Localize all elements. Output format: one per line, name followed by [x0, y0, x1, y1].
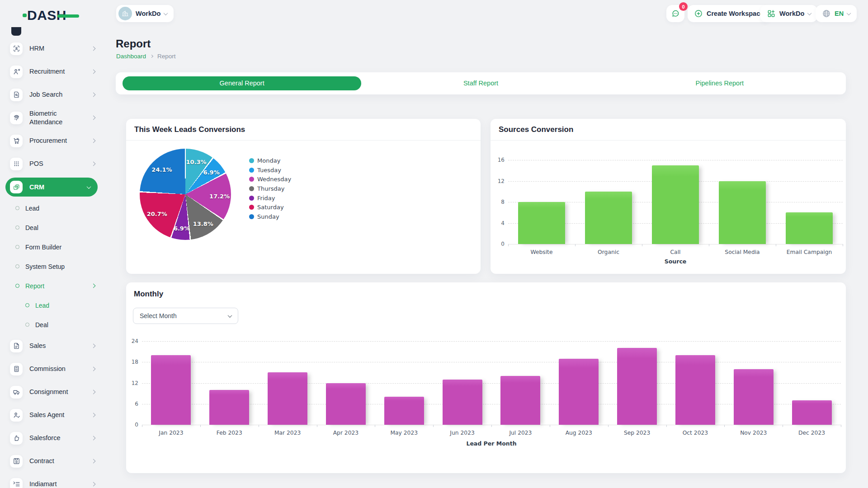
- x-axis-category-label: Nov 2023: [740, 430, 767, 436]
- sidebar-item-label: Sales: [29, 342, 85, 350]
- sidebar-subitem-lead[interactable]: Lead: [0, 296, 104, 315]
- bar-oct-2023: [675, 355, 715, 425]
- breadcrumb-dashboard-link[interactable]: Dashboard: [116, 53, 146, 60]
- sidebar-item-commission[interactable]: Commission: [0, 357, 104, 380]
- legend-dot: [249, 177, 254, 182]
- y-axis-tick-label: 0: [487, 241, 505, 247]
- app-logo[interactable]: DASH: [27, 8, 66, 23]
- top-header: DASH WorkDo 0 Create Workspace: [0, 0, 868, 27]
- legend-item-saturday: Saturday: [249, 202, 291, 212]
- legend-item-thursday: Thursday: [249, 184, 291, 193]
- sidebar-menu: HRM Recruitment Job Search Biometric Att…: [0, 37, 104, 488]
- chat-icon: [671, 9, 680, 18]
- y-axis-tick-label: 16: [487, 157, 505, 163]
- sidebar-subitem-form-builder[interactable]: Form Builder: [0, 237, 104, 257]
- legend-dot: [249, 158, 254, 163]
- legend-label: Saturday: [257, 204, 284, 211]
- sidebar-item-indiamart[interactable]: Indiamart: [0, 473, 104, 488]
- chevron-down-icon: [847, 11, 851, 15]
- sidebar-item-pos[interactable]: POS: [0, 152, 104, 175]
- chevron-right-icon: [91, 162, 96, 166]
- sidebar-item-salesforce[interactable]: Salesforce: [0, 427, 104, 450]
- sidebar-item-label: Procurement: [29, 136, 85, 145]
- legend-label: Monday: [257, 157, 280, 164]
- sidebar-item-crm[interactable]: CRM: [5, 178, 98, 197]
- chevron-right-icon: [91, 284, 96, 288]
- sidebar-item-sales-agent[interactable]: Sales Agent: [0, 404, 104, 427]
- chevron-right-icon: [91, 344, 96, 348]
- sidebar-subitem-label: Report: [25, 282, 44, 290]
- bar-may-2023: [384, 397, 424, 425]
- sources-conversion-card: Sources Conversion 0481216WebsiteOrganic…: [491, 119, 846, 274]
- x-axis-tick: [508, 244, 509, 246]
- bar-call: [652, 165, 699, 244]
- x-axis-category-label: Jan 2023: [159, 430, 183, 436]
- chevron-right-icon: [91, 459, 96, 464]
- sidebar-item-label: Biometric Attendance: [29, 109, 85, 127]
- x-axis-category-label: Website: [530, 249, 552, 255]
- sidebar-subitem-system-setup[interactable]: System Setup: [0, 257, 104, 276]
- x-axis-category-label: Call: [670, 249, 681, 255]
- sidebar-item-procurement[interactable]: Procurement: [0, 129, 104, 152]
- sidebar-item-job-search[interactable]: Job Search: [0, 83, 104, 106]
- sidebar-item-label: CRM: [29, 183, 80, 192]
- app-switcher-button[interactable]: WorkDo: [760, 5, 817, 22]
- y-axis-tick-label: 12: [487, 178, 505, 184]
- bullet-icon: [15, 284, 19, 288]
- tab-staff-report[interactable]: Staff Report: [361, 76, 600, 90]
- chevron-right-icon: [91, 116, 96, 120]
- job-search-icon: [13, 91, 20, 99]
- x-axis-tick: [724, 425, 725, 427]
- bar-jun-2023: [443, 380, 482, 425]
- plus-circle-icon: [694, 9, 703, 18]
- tab-pipelines-report[interactable]: Pipelines Report: [600, 76, 839, 90]
- sidebar-subitem-deal[interactable]: Deal: [0, 315, 104, 334]
- contract-icon: [13, 457, 20, 465]
- legend-label: Friday: [257, 195, 275, 202]
- sidebar-subitem-lead[interactable]: Lead: [0, 198, 104, 218]
- leads-pie-chart: 10.3%6.9%17.2%13.8%6.9%20.7%24.1%: [140, 149, 231, 240]
- partial-sidebar-icon: [11, 27, 21, 36]
- gridline: [142, 362, 841, 362]
- bar-jul-2023: [500, 376, 540, 425]
- pie-legend: Monday Tuesday Wednesday Thursday Friday…: [249, 156, 291, 221]
- workspace-selector[interactable]: WorkDo: [116, 5, 174, 22]
- sidebar-item-recruitment[interactable]: Recruitment: [0, 60, 104, 83]
- x-axis-category-label: May 2023: [390, 430, 418, 436]
- logo-accent-dot: [23, 14, 27, 17]
- sidebar-item-biometric-attendance[interactable]: Biometric Attendance: [0, 106, 104, 129]
- x-axis-category-label: Mar 2023: [274, 430, 301, 436]
- grid-plus-icon: [767, 9, 776, 18]
- workspace-avatar: [118, 7, 132, 20]
- tab-general-report[interactable]: General Report: [123, 76, 361, 90]
- sidebar-item-contract[interactable]: Contract: [0, 450, 104, 473]
- legend-label: Sunday: [257, 213, 279, 220]
- recruitment-icon: [13, 68, 20, 75]
- sidebar-subitem-deal[interactable]: Deal: [0, 218, 104, 237]
- x-axis-category-label: Oct 2023: [683, 430, 708, 436]
- create-workspace-button[interactable]: Create Workspace: [688, 5, 770, 22]
- legend-label: Tuesday: [257, 167, 281, 174]
- bar-nov-2023: [734, 369, 774, 425]
- pie-slice-label: 10.3%: [186, 159, 207, 165]
- building-avatar-icon: [121, 9, 130, 18]
- messages-button[interactable]: 0: [666, 5, 684, 22]
- create-workspace-label: Create Workspace: [707, 10, 764, 17]
- y-axis-tick-label: 6: [121, 401, 138, 407]
- x-axis-tick: [642, 244, 642, 246]
- select-month-dropdown[interactable]: Select Month: [133, 308, 238, 324]
- x-axis-category-label: Email Campaign: [787, 249, 832, 255]
- sidebar-subitem-report[interactable]: Report: [0, 276, 104, 296]
- legend-item-monday: Monday: [249, 156, 291, 165]
- salesforce-icon-box: [10, 432, 23, 445]
- pos-icon: [13, 160, 20, 168]
- sidebar-item-hrm[interactable]: HRM: [0, 37, 104, 60]
- language-selector[interactable]: EN: [816, 5, 857, 22]
- sidebar-item-consignment[interactable]: Consignment: [0, 380, 104, 404]
- sidebar-item-sales[interactable]: Sales: [0, 334, 104, 357]
- x-axis-tick: [259, 425, 259, 427]
- breadcrumb-current: Report: [157, 53, 176, 60]
- chevron-down-icon: [164, 11, 168, 15]
- x-axis-category-label: Sep 2023: [624, 430, 650, 436]
- card-title: Monthly: [134, 290, 163, 299]
